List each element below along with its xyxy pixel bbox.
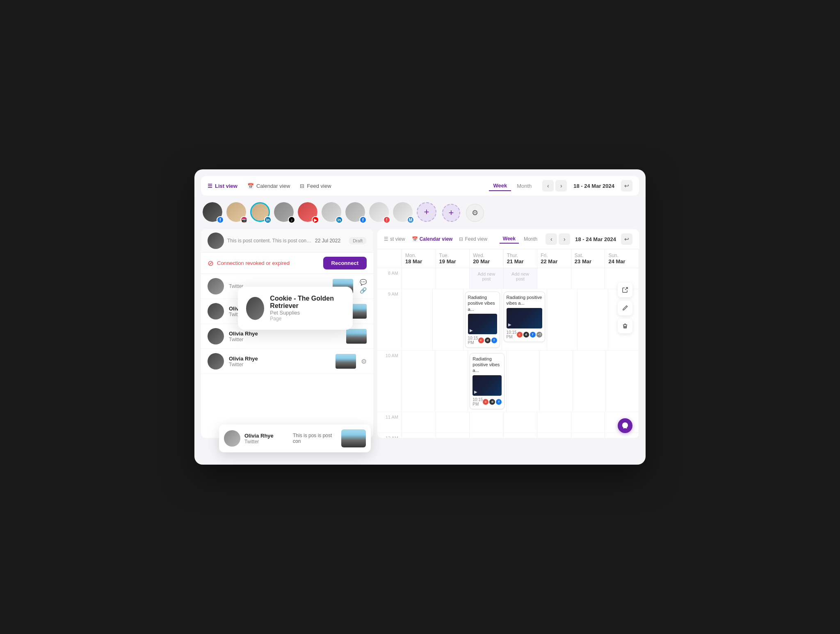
list-avatar	[208, 278, 224, 294]
cal-month-btn[interactable]: Month	[520, 235, 541, 244]
cal-cell-mon-11[interactable]	[402, 412, 436, 433]
cal-cell-tue-11[interactable]	[436, 412, 470, 433]
cal-cell-tue-8[interactable]	[436, 268, 470, 289]
cal-post-card-wed10[interactable]: Radiating positive vibes a... 10:15 PM c…	[470, 353, 504, 409]
refresh-btn[interactable]: ↩	[621, 180, 632, 192]
feed-icon: ⊟	[300, 183, 304, 189]
message-icon[interactable]: 💬	[360, 279, 367, 285]
next-arrow-btn[interactable]: ›	[555, 180, 567, 192]
feed-view-btn[interactable]: ⊟ Feed view	[300, 183, 331, 189]
calendar-icon: 📅	[247, 183, 254, 189]
cal-cell-mon-8[interactable]	[402, 268, 436, 289]
external-link-btn[interactable]	[618, 283, 632, 297]
cal-cell-sat-8[interactable]	[571, 268, 605, 289]
list-view-btn[interactable]: ☰ List view	[208, 183, 237, 189]
add-icon: +	[417, 202, 436, 222]
cal-cell-thu-9[interactable]: Radiating positive vibes a... 10:15 PM c…	[502, 289, 547, 350]
add-avatar-btn[interactable]: +	[417, 202, 438, 223]
tiktok-badge: ♪	[288, 216, 295, 223]
cal-cell-wed-8[interactable]: Add new post	[470, 268, 504, 289]
cal-cell-sun-10[interactable]	[606, 351, 639, 412]
publish-date: 22 Jul 2022	[315, 238, 340, 244]
floating-text: This is pos is post con	[293, 433, 337, 444]
cal-cell-mon-12[interactable]	[402, 433, 436, 438]
cal-cell-sun-12[interactable]	[605, 433, 639, 438]
cal-day-header-sat: Sat. 23 Mar	[571, 249, 605, 268]
cal-feed-view-btn[interactable]: ⊟ Feed view	[459, 236, 487, 242]
cal-cell-tue-12[interactable]	[436, 433, 470, 438]
cal-day-header-wed: Wed. 20 Mar	[470, 249, 504, 268]
prev-arrow-btn[interactable]: ‹	[542, 180, 554, 192]
cal-cell-thu-10[interactable]	[507, 351, 540, 412]
cal-cell-tue-10[interactable]	[435, 351, 468, 412]
cal-calendar-view-btn[interactable]: 📅 Calendar view	[412, 236, 453, 242]
cal-cell-fri-10[interactable]	[540, 351, 573, 412]
avatar-item[interactable]: ▶	[298, 202, 319, 223]
cal-cell-sat-9[interactable]	[578, 289, 608, 350]
avatar-item[interactable]: M	[393, 202, 414, 223]
cal-post-card-thu[interactable]: Radiating positive vibes a... 10:15 PM c…	[504, 292, 545, 342]
social-dot-fb2: f	[530, 332, 536, 338]
cal-time-8am: 8 AM	[377, 268, 402, 289]
link-icon[interactable]: 🔗	[360, 287, 367, 294]
main-content: This is post content. This is post conte…	[201, 229, 639, 438]
avatar-row: f 📷 in ♪ ▶	[201, 200, 639, 226]
cal-cell-thu-8[interactable]: Add new post	[504, 268, 538, 289]
avatar-item[interactable]: !	[369, 202, 390, 223]
cal-cell-fri-11[interactable]	[537, 412, 571, 433]
avatar-item[interactable]: ♪	[274, 202, 295, 223]
settings-btn[interactable]: ⚙	[466, 204, 484, 222]
add-post-ghost[interactable]: Add new post	[471, 270, 502, 283]
cal-cell-sat-11[interactable]	[571, 412, 605, 433]
cal-cell-mon-10[interactable]	[402, 351, 435, 412]
cal-cell-fri-8[interactable]	[537, 268, 571, 289]
add-post-ghost-thu[interactable]: Add new post	[505, 270, 536, 283]
reconnect-btn[interactable]: Reconnect	[323, 257, 367, 269]
linkedin-badge: in	[264, 216, 272, 223]
calendar-view-btn[interactable]: 📅 Calendar view	[247, 183, 290, 189]
social-dot-d3: d	[489, 399, 495, 405]
month-toggle-btn[interactable]: Month	[513, 181, 536, 191]
cal-cell-mon-9[interactable]	[402, 289, 433, 350]
gear-icon[interactable]: ⚙	[361, 358, 367, 365]
cal-week-btn[interactable]: Week	[500, 235, 519, 244]
facebook-badge: f	[217, 216, 224, 223]
cal-post-thumb-thu	[507, 308, 542, 328]
avatar-item[interactable]: f	[345, 202, 367, 223]
cal-views: ☰ st view 📅 Calendar view ⊟ Feed view	[384, 236, 487, 242]
avatar-item[interactable]: 📷	[226, 202, 248, 223]
toolbar-right: Week Month ‹ › 18 - 24 Mar 2024 ↩	[489, 180, 632, 192]
cal-cell-wed-10[interactable]: Radiating positive vibes a... 10:15 PM c…	[468, 351, 507, 412]
cal-cell-sat-10[interactable]	[573, 351, 606, 412]
cal-cell-thu-11[interactable]	[504, 412, 538, 433]
cal-cell-tue-9[interactable]	[433, 289, 463, 350]
error-badge: !	[383, 216, 390, 223]
cal-cell-sat-12[interactable]	[571, 433, 605, 438]
edit-btn[interactable]	[618, 301, 632, 315]
cal-cell-thu-12[interactable]	[504, 433, 538, 438]
cal-cell-fri-12[interactable]	[537, 433, 571, 438]
floating-card: Olivia Rhye Twitter This is pos is post …	[219, 424, 371, 452]
avatar-item[interactable]: in	[322, 202, 343, 223]
cal-list-view-btn[interactable]: ☰ st view	[384, 236, 405, 242]
alert-icon: ⊘	[208, 259, 214, 268]
cal-cell-wed-11[interactable]	[470, 412, 504, 433]
cal-refresh-btn[interactable]: ↩	[621, 233, 632, 245]
add-social-btn[interactable]: +	[442, 204, 460, 222]
avatar-item[interactable]: f	[203, 202, 224, 223]
cal-prev-btn[interactable]: ‹	[546, 233, 557, 245]
cal-cell-fri-9[interactable]	[547, 289, 578, 350]
cal-day-header-fri: Fri. 22 Mar	[537, 249, 571, 268]
week-toggle-btn[interactable]: Week	[489, 181, 511, 191]
list-item[interactable]: Olivia Rhye Twitter ⚙	[201, 349, 373, 374]
cal-post-card[interactable]: Radiating positive vibes a... 10:15 PM c…	[465, 292, 500, 348]
cal-cell-wed-12[interactable]	[470, 433, 504, 438]
cal-post-footer-thu: 10:15 PM c d f +5	[507, 330, 542, 339]
cal-cell-wed-9[interactable]: Radiating positive vibes a... 10:15 PM c…	[463, 289, 502, 350]
cal-next-btn[interactable]: ›	[559, 233, 570, 245]
delete-btn[interactable]	[618, 319, 632, 333]
cal-post-socials-wed10: c d f	[483, 399, 502, 405]
avatar-item[interactable]: in	[250, 202, 272, 223]
cal-cell-sun-11[interactable]	[605, 412, 639, 433]
list-name: Olivia Rhye	[229, 356, 331, 362]
